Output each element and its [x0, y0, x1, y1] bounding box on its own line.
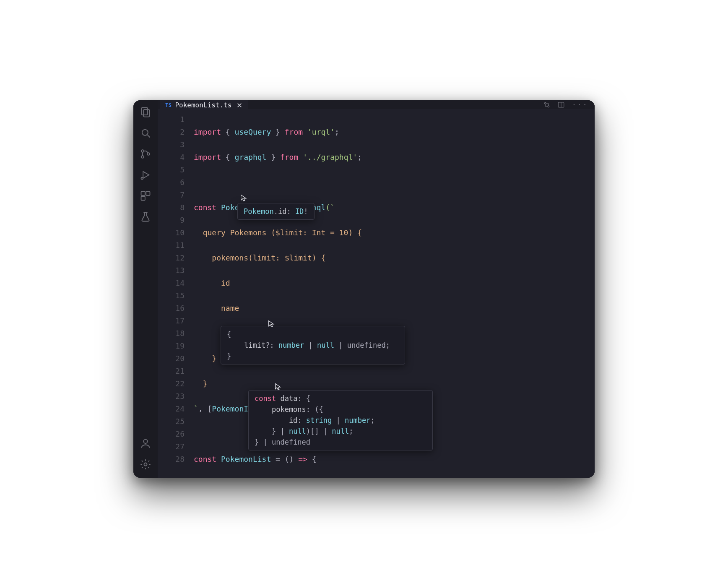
search-icon[interactable]: [140, 127, 151, 141]
svg-rect-8: [141, 192, 145, 195]
editor-window: TS PokemonList.ts ··· 12 34 56 78 910 11…: [133, 100, 595, 478]
line-gutter: 12 34 56 78 910 1112 1314 1516 1718 1920…: [158, 113, 194, 478]
explorer-icon[interactable]: [140, 106, 151, 120]
split-editor-icon[interactable]: [557, 101, 565, 109]
svg-rect-0: [142, 108, 148, 115]
svg-point-2: [142, 130, 148, 135]
svg-line-3: [148, 135, 150, 138]
tab-pokemonlist[interactable]: TS PokemonList.ts: [160, 100, 248, 109]
extensions-icon[interactable]: [140, 190, 151, 203]
hover-tooltip-variables-type: { limit?: number | null | undefined; }: [221, 326, 405, 365]
source-control-icon[interactable]: [140, 148, 151, 161]
svg-rect-10: [141, 196, 145, 200]
svg-point-15: [545, 102, 546, 104]
activity-bar: [133, 100, 158, 478]
svg-point-4: [141, 150, 144, 152]
svg-point-5: [141, 156, 144, 158]
settings-gear-icon[interactable]: [140, 458, 151, 472]
svg-rect-1: [143, 109, 149, 117]
cursor-icon: [268, 319, 275, 326]
compare-changes-icon[interactable]: [543, 101, 551, 109]
code-content[interactable]: import { useQuery } from 'urql'; import …: [194, 113, 595, 478]
editor-main: TS PokemonList.ts ··· 12 34 56 78 910 11…: [158, 100, 595, 478]
testing-icon[interactable]: [140, 211, 151, 224]
tab-filename: PokemonList.ts: [175, 101, 231, 109]
tab-actions: ···: [543, 100, 595, 109]
tab-language-badge: TS: [165, 102, 172, 108]
run-debug-icon[interactable]: [140, 169, 151, 182]
svg-point-16: [548, 105, 549, 107]
hover-tooltip-id-type: Pokemon.id: ID!: [237, 203, 315, 220]
close-icon[interactable]: [237, 102, 242, 108]
svg-point-7: [141, 177, 143, 180]
svg-point-6: [147, 153, 150, 155]
svg-point-11: [143, 440, 147, 443]
more-actions-icon[interactable]: ···: [572, 100, 588, 109]
hover-tooltip-data-type: const data: { pokemons: ({ id: string | …: [248, 390, 433, 450]
svg-point-12: [144, 463, 147, 466]
cursor-icon: [240, 193, 247, 200]
tab-bar: TS PokemonList.ts ···: [158, 100, 595, 109]
code-editor[interactable]: 12 34 56 78 910 1112 1314 1516 1718 1920…: [158, 109, 595, 478]
svg-rect-9: [146, 192, 150, 195]
accounts-icon[interactable]: [140, 437, 151, 451]
